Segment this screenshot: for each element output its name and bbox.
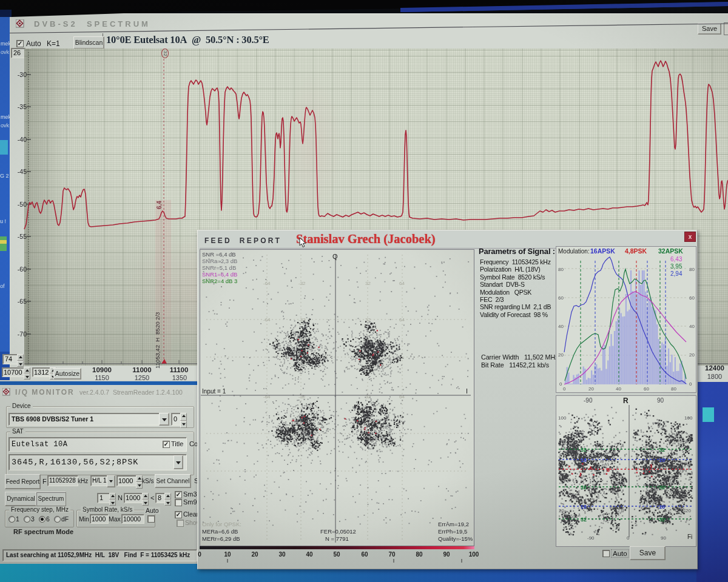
svg-text:-55: -55 — [18, 233, 27, 240]
svg-text:20: 20 — [251, 551, 258, 558]
svg-text:11000: 11000 — [132, 366, 151, 373]
svg-text:-90: -90 — [584, 397, 593, 404]
svg-text:0: 0 — [563, 386, 566, 392]
svg-text:Modulation:: Modulation: — [558, 248, 590, 255]
svg-text:SNRr=5,1 dB: SNRr=5,1 dB — [202, 264, 236, 271]
svg-text:10900: 10900 — [92, 366, 112, 373]
svg-text:N = 7791: N = 7791 — [325, 535, 349, 542]
svg-text:I: I — [466, 387, 468, 395]
svg-text:MERr=6,29 dB: MERr=6,29 dB — [202, 535, 240, 542]
svg-text:-60: -60 — [18, 266, 27, 273]
svg-text:2,94: 2,94 — [670, 270, 682, 277]
svg-text:40: 40 — [616, 386, 621, 392]
svg-text:FER=0,05012: FER=0,05012 — [320, 528, 356, 535]
svg-text:SNR2=4 dB 3: SNR2=4 dB 3 — [202, 278, 237, 284]
svg-text:90: 90 — [443, 551, 450, 558]
svg-text:0: 0 — [198, 551, 201, 558]
svg-text:90: 90 — [661, 535, 666, 541]
svg-text:100: 100 — [558, 415, 567, 421]
svg-text:16: 16 — [659, 504, 665, 510]
svg-text:20: 20 — [689, 352, 695, 358]
svg-text:32: 32 — [581, 484, 587, 490]
svg-text:64: 64 — [399, 317, 405, 323]
svg-text:16: 16 — [581, 504, 587, 510]
svg-text:-65: -65 — [18, 298, 27, 305]
svg-text:32: 32 — [659, 517, 665, 523]
svg-text:MERa=6,6 dB: MERa=6,6 dB — [202, 528, 238, 535]
svg-text:20: 20 — [588, 386, 594, 392]
svg-text:60: 60 — [644, 386, 649, 392]
svg-text:20: 20 — [686, 508, 691, 513]
svg-text:80: 80 — [558, 267, 564, 272]
svg-text:30: 30 — [278, 551, 286, 558]
svg-text:ErrAm=19,2: ErrAm=19,2 — [438, 521, 469, 527]
svg-text:32APSK: 32APSK — [658, 247, 683, 255]
svg-text:32: 32 — [659, 447, 665, 453]
svg-text:-70: -70 — [18, 330, 27, 338]
svg-text:SNRa=2,3 dB: SNRa=2,3 dB — [202, 258, 237, 264]
svg-text:0: 0 — [559, 381, 562, 387]
svg-text:80: 80 — [416, 551, 423, 558]
svg-text:-32: -32 — [298, 394, 306, 400]
svg-text:-32: -32 — [298, 281, 306, 286]
svg-text:100: 100 — [469, 551, 479, 558]
svg-text:10: 10 — [224, 551, 231, 558]
svg-text:SNR1=6,4 dB: SNR1=6,4 dB — [202, 271, 237, 278]
svg-text:40: 40 — [689, 324, 695, 329]
svg-text:Only for QPSK:: Only for QPSK: — [202, 521, 241, 527]
svg-text:-30: -30 — [18, 71, 27, 78]
svg-text:60: 60 — [558, 295, 564, 301]
svg-text:12400: 12400 — [705, 364, 724, 372]
svg-text:32: 32 — [659, 484, 665, 490]
svg-text:3,95: 3,95 — [670, 263, 682, 270]
svg-text:50: 50 — [333, 551, 340, 558]
svg-text:-50: -50 — [18, 201, 27, 208]
svg-text:11100: 11100 — [170, 366, 189, 373]
svg-text:Fi: Fi — [687, 534, 692, 540]
svg-text:-64: -64 — [263, 281, 271, 286]
svg-text:40: 40 — [306, 551, 313, 558]
svg-text:-64: -64 — [263, 317, 271, 323]
svg-text:8: 8 — [607, 467, 610, 473]
svg-text:64: 64 — [399, 281, 405, 286]
svg-text:32: 32 — [581, 447, 587, 453]
svg-text:32: 32 — [365, 281, 371, 286]
svg-text:16APSK: 16APSK — [590, 247, 615, 255]
svg-text:80: 80 — [671, 386, 676, 392]
svg-text:-64: -64 — [263, 394, 271, 400]
svg-text:40: 40 — [558, 324, 564, 329]
svg-text:32: 32 — [163, 51, 168, 56]
svg-text:60: 60 — [361, 551, 368, 558]
svg-text:70: 70 — [388, 551, 396, 558]
svg-text:6,43: 6,43 — [670, 256, 682, 263]
svg-text:0: 0 — [627, 535, 630, 541]
svg-text:64: 64 — [399, 394, 405, 400]
svg-text:-35: -35 — [18, 103, 27, 110]
svg-text:Q: Q — [332, 253, 338, 260]
svg-text:60: 60 — [689, 295, 695, 301]
svg-text:90: 90 — [657, 397, 664, 404]
svg-text:-90: -90 — [587, 535, 595, 541]
svg-text:0: 0 — [689, 381, 692, 387]
svg-text:R: R — [623, 396, 629, 405]
svg-text:16: 16 — [581, 457, 587, 463]
svg-text:Quality=-15%: Quality=-15% — [438, 535, 473, 542]
svg-text:20: 20 — [558, 352, 564, 358]
svg-text:-40: -40 — [18, 136, 27, 143]
svg-text:ErrPh=19,5: ErrPh=19,5 — [438, 528, 467, 535]
svg-text:4,8PSK: 4,8PSK — [625, 247, 647, 255]
svg-text:80: 80 — [689, 267, 695, 272]
svg-text:16: 16 — [659, 457, 665, 463]
svg-text:Input = 1: Input = 1 — [202, 388, 226, 395]
svg-text:-45: -45 — [18, 168, 27, 175]
svg-text:32: 32 — [581, 517, 587, 523]
svg-text:1800: 1800 — [707, 373, 722, 380]
svg-text:SNR =6,4 dB: SNR =6,4 dB — [202, 251, 236, 258]
